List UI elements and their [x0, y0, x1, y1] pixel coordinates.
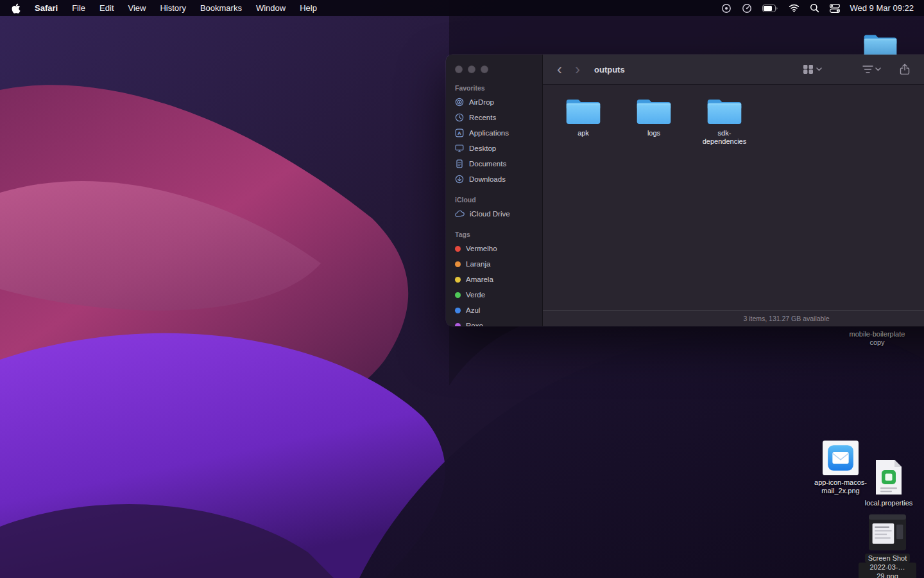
tag-color-dot	[455, 261, 461, 267]
menu-history[interactable]: History	[160, 3, 185, 13]
folder-label: apk	[578, 129, 589, 137]
finder-window: Favorites AirDrop Recents A Applications…	[446, 55, 924, 326]
tag-color-dot	[455, 292, 461, 298]
desktop-icon	[455, 144, 464, 153]
finder-toolbar: ‹ › outputs	[543, 55, 924, 85]
minimize-button[interactable]	[468, 66, 475, 73]
group-list-icon	[862, 65, 873, 74]
menu-safari[interactable]: Safari	[35, 3, 58, 13]
battery-icon[interactable]	[762, 4, 778, 12]
menu-edit[interactable]: Edit	[99, 3, 114, 13]
sidebar-tag-amarela[interactable]: Amarela	[446, 272, 542, 287]
sidebar-tag-roxo[interactable]: Roxo	[446, 318, 542, 326]
label-line: copy	[842, 338, 912, 347]
folder-sdk-dependencies[interactable]: sdk-dependencies	[692, 96, 757, 146]
desktop-icon-label: Screen Shot 2022-03-…29.png	[859, 554, 916, 578]
sidebar-tag-azul[interactable]: Azul	[446, 302, 542, 318]
menu-bar-left: Safari File Edit View History Bookmarks …	[0, 3, 317, 13]
close-button[interactable]	[455, 66, 463, 73]
tag-color-dot	[455, 246, 461, 252]
status-text: 3 items, 131.27 GB available	[743, 315, 829, 322]
folder-icon	[565, 96, 602, 126]
desktop-icon-local-properties[interactable]: local.properties	[860, 458, 918, 507]
sidebar-item-label: AirDrop	[469, 98, 494, 106]
tag-label: Roxo	[466, 322, 483, 326]
folder-logs[interactable]: logs	[622, 96, 686, 137]
menubar-app-icon-1[interactable]	[721, 3, 732, 13]
menu-file[interactable]: File	[72, 3, 85, 13]
desktop-icon-label: local.properties	[865, 499, 913, 507]
zoom-button[interactable]	[481, 66, 488, 73]
file-grid: apk logs sdk-dependencies	[543, 85, 924, 310]
sidebar-section-favorites: Favorites AirDrop Recents A Applications…	[446, 84, 542, 187]
finder-sidebar: Favorites AirDrop Recents A Applications…	[446, 55, 543, 326]
document-icon	[455, 159, 464, 168]
menu-window[interactable]: Window	[256, 3, 286, 13]
wifi-icon[interactable]	[789, 4, 800, 12]
sidebar-tag-laranja[interactable]: Laranja	[446, 256, 542, 272]
folder-icon	[706, 96, 743, 126]
cloud-icon	[455, 210, 465, 218]
sidebar-header-icloud: iCloud	[446, 196, 542, 206]
desktop-icon-label: app-icon-macos- mail_2x.png	[814, 478, 867, 495]
sidebar-tag-vermelho[interactable]: Vermelho	[446, 241, 542, 256]
sidebar-item-label: iCloud Drive	[470, 210, 510, 218]
desktop-item-label-mobile-boilerplate[interactable]: mobile-boilerplate copy	[842, 330, 912, 347]
menu-bookmarks[interactable]: Bookmarks	[200, 3, 242, 13]
forward-button[interactable]: ›	[571, 62, 584, 77]
finder-main: ‹ › outputs	[543, 55, 924, 326]
window-title: outputs	[594, 65, 625, 74]
screenshot-thumbnail-icon	[868, 514, 907, 551]
airdrop-icon	[455, 98, 464, 107]
menubar-app-icon-2[interactable]	[742, 3, 752, 13]
sidebar-section-tags: Tags Vermelho Laranja Amarela Verde	[446, 231, 542, 326]
view-options-button[interactable]	[803, 55, 822, 84]
sidebar-section-icloud: iCloud iCloud Drive	[446, 196, 542, 222]
sidebar-header-favorites: Favorites	[446, 84, 542, 94]
applications-icon: A	[455, 128, 464, 137]
sidebar-item-airdrop[interactable]: AirDrop	[446, 94, 542, 110]
desktop-icon-screenshot[interactable]: Screen Shot 2022-03-…29.png	[859, 514, 916, 578]
window-controls	[446, 55, 542, 84]
menu-help[interactable]: Help	[300, 3, 317, 13]
spotlight-icon[interactable]	[810, 3, 819, 13]
menu-bar: Safari File Edit View History Bookmarks …	[0, 0, 924, 16]
menubar-clock[interactable]: Wed 9 Mar 09:22	[850, 3, 914, 13]
folder-apk[interactable]: apk	[551, 96, 615, 137]
sidebar-item-label: Desktop	[469, 144, 496, 152]
tag-label: Verde	[466, 291, 485, 299]
sidebar-item-icloud-drive[interactable]: iCloud Drive	[446, 206, 542, 222]
sidebar-item-desktop[interactable]: Desktop	[446, 141, 542, 156]
sidebar-header-tags: Tags	[446, 231, 542, 241]
tag-label: Amarela	[466, 276, 493, 283]
sidebar-item-label: Documents	[469, 160, 506, 168]
sidebar-item-label: Downloads	[469, 175, 506, 183]
mail-image-icon	[822, 440, 859, 476]
tag-color-dot	[455, 277, 461, 283]
tag-label: Vermelho	[466, 245, 497, 252]
folder-label: logs	[647, 129, 660, 137]
label-line: mobile-boilerplate	[842, 330, 912, 338]
sidebar-item-downloads[interactable]: Downloads	[446, 171, 542, 187]
sidebar-item-applications[interactable]: A Applications	[446, 125, 542, 141]
group-by-button[interactable]	[862, 55, 881, 84]
back-button[interactable]: ‹	[553, 62, 566, 77]
tag-color-dot	[455, 308, 461, 313]
chevron-down-icon	[875, 67, 881, 71]
downloads-icon	[455, 175, 464, 184]
menu-view[interactable]: View	[128, 3, 146, 13]
sidebar-tag-verde[interactable]: Verde	[446, 287, 542, 302]
chevron-down-icon	[816, 67, 822, 71]
clock-icon	[455, 113, 464, 122]
grid-view-icon	[803, 64, 814, 74]
share-button[interactable]	[900, 55, 910, 84]
sidebar-item-recents[interactable]: Recents	[446, 110, 542, 125]
tag-label: Azul	[466, 306, 480, 314]
finder-content-area: apk logs sdk-dependencies 3 items, 131.2…	[543, 85, 924, 326]
control-center-icon[interactable]	[830, 4, 840, 13]
svg-text:A: A	[458, 130, 461, 136]
apple-menu[interactable]	[12, 3, 21, 13]
sidebar-item-documents[interactable]: Documents	[446, 156, 542, 171]
desktop-screen: Safari File Edit View History Bookmarks …	[0, 0, 924, 578]
tag-color-dot	[455, 323, 461, 327]
